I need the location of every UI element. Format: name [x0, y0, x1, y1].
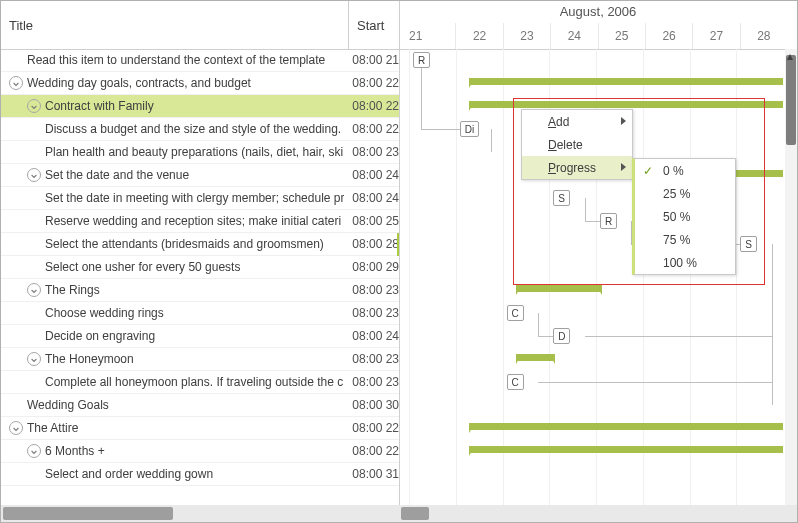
expand-icon[interactable] — [27, 168, 41, 182]
task-title: Select and order wedding gown — [45, 467, 213, 481]
table-row[interactable]: Select the attendants (bridesmaids and g… — [1, 233, 399, 256]
table-row[interactable]: The Attire08:00 22 — [1, 417, 399, 440]
task-title: Decide on engraving — [45, 329, 155, 343]
timeline-day: 24 — [550, 23, 597, 49]
expand-icon[interactable] — [27, 352, 41, 366]
app-frame: Title Start Read this item to understand… — [0, 0, 798, 523]
menu-item[interactable]: 25 % — [635, 182, 735, 205]
column-header-title[interactable]: Title — [1, 1, 349, 49]
task-title: Choose wedding rings — [45, 306, 164, 320]
task-title: Set the date and the venue — [45, 168, 189, 182]
grid-rows: Read this item to understand the context… — [1, 49, 399, 505]
task-title: Plan health and beauty preparations (nai… — [45, 145, 343, 159]
task-start: 08:00 23 — [346, 145, 399, 159]
task-start: 08:00 23 — [346, 352, 399, 366]
submenu-arrow-icon — [621, 163, 626, 171]
menu-item[interactable]: Progress — [522, 156, 632, 179]
gantt-hscroll[interactable] — [399, 505, 797, 522]
timeline-days: 2122232425262728 — [409, 23, 787, 49]
menu-item[interactable]: 100 % — [635, 251, 735, 274]
table-row[interactable]: Discuss a budget and the size and style … — [1, 118, 399, 141]
timeline-header: August, 2006 2122232425262728 — [399, 1, 797, 50]
table-row[interactable]: The Honeymoon08:00 23 — [1, 348, 399, 371]
task-title: The Honeymoon — [45, 352, 134, 366]
task-start: 08:00 23 — [346, 306, 399, 320]
expand-icon[interactable] — [9, 76, 23, 90]
menu-item[interactable]: 75 % — [635, 228, 735, 251]
table-row[interactable]: Decide on engraving08:00 24 — [1, 325, 399, 348]
menu-item[interactable]: Delete — [522, 133, 632, 156]
grid-header: Title Start — [1, 1, 399, 50]
task-bar[interactable]: R — [413, 52, 430, 68]
task-start: 08:00 24 — [346, 168, 399, 182]
task-title: Wedding day goals, contracts, and budget — [27, 76, 251, 90]
timeline-day: 21 — [409, 23, 455, 49]
table-row[interactable]: Plan health and beauty preparations (nai… — [1, 141, 399, 164]
gantt-vscroll[interactable]: ▴ — [785, 49, 797, 505]
task-title: Complete all honeymoon plans. If traveli… — [45, 375, 343, 389]
context-submenu-progress[interactable]: ✓0 %25 %50 %75 %100 % — [632, 158, 736, 275]
task-title: Wedding Goals — [27, 398, 109, 412]
task-start: 08:00 31 — [346, 467, 399, 481]
table-row[interactable]: Select and order wedding gown08:00 31 — [1, 463, 399, 486]
context-menu[interactable]: AddDeleteProgress — [521, 109, 633, 180]
task-bar[interactable]: C — [507, 374, 524, 390]
task-title: The Attire — [27, 421, 78, 435]
summary-bar[interactable] — [517, 285, 601, 292]
table-row[interactable]: Select one usher for every 50 guests08:0… — [1, 256, 399, 279]
task-bar[interactable]: C — [507, 305, 524, 321]
timeline-day: 25 — [598, 23, 645, 49]
table-row[interactable]: Complete all honeymoon plans. If traveli… — [1, 371, 399, 394]
table-row[interactable]: Read this item to understand the context… — [1, 49, 399, 72]
table-row[interactable]: Set the date in meeting with clergy memb… — [1, 187, 399, 210]
summary-bar[interactable] — [517, 354, 554, 361]
table-row[interactable]: 6 Months +08:00 22 — [1, 440, 399, 463]
task-start: 08:00 24 — [346, 329, 399, 343]
timeline-day: 26 — [645, 23, 692, 49]
table-row[interactable]: Wedding Goals08:00 30 — [1, 394, 399, 417]
summary-bar[interactable] — [470, 78, 783, 85]
task-bar[interactable]: D — [553, 328, 570, 344]
menu-item[interactable]: Add — [522, 110, 632, 133]
summary-bar[interactable] — [470, 423, 783, 430]
task-title: Reserve wedding and reception sites; mak… — [45, 214, 341, 228]
menu-item[interactable]: 50 % — [635, 205, 735, 228]
table-row[interactable]: Reserve wedding and reception sites; mak… — [1, 210, 399, 233]
task-start: 08:00 25 — [346, 214, 399, 228]
timeline-day: 23 — [503, 23, 550, 49]
grid-hscroll[interactable] — [1, 505, 399, 522]
expand-icon[interactable] — [27, 99, 41, 113]
task-start: 08:00 21 — [346, 53, 399, 67]
gantt-pane: August, 2006 2122232425262728 RDiSRSCDC … — [399, 1, 797, 522]
check-icon: ✓ — [643, 164, 653, 178]
timeline-month: August, 2006 — [399, 1, 797, 23]
expand-icon[interactable] — [27, 283, 41, 297]
column-header-start[interactable]: Start — [349, 1, 399, 49]
submenu-arrow-icon — [621, 117, 626, 125]
menu-item[interactable]: ✓0 % — [635, 159, 735, 182]
task-start: 08:00 24 — [346, 191, 399, 205]
task-title: Contract with Family — [45, 99, 154, 113]
task-title: Select the attendants (bridesmaids and g… — [45, 237, 324, 251]
task-title: Set the date in meeting with clergy memb… — [45, 191, 344, 205]
task-title: Discuss a budget and the size and style … — [45, 122, 341, 136]
task-start: 08:00 22 — [346, 122, 399, 136]
task-bar[interactable]: Di — [460, 121, 479, 137]
task-start: 08:00 22 — [346, 99, 399, 113]
table-row[interactable]: The Rings08:00 23 — [1, 279, 399, 302]
timeline-day: 28 — [740, 23, 787, 49]
timeline-day: 22 — [455, 23, 502, 49]
summary-bar[interactable] — [470, 446, 783, 453]
table-row[interactable]: Contract with Family08:00 22 — [1, 95, 399, 118]
task-start: 08:00 30 — [346, 398, 399, 412]
task-start: 08:00 23 — [346, 375, 399, 389]
task-title: The Rings — [45, 283, 100, 297]
expand-icon[interactable] — [27, 444, 41, 458]
table-row[interactable]: Choose wedding rings08:00 23 — [1, 302, 399, 325]
table-row[interactable]: Wedding day goals, contracts, and budget… — [1, 72, 399, 95]
table-row[interactable]: Set the date and the venue08:00 24 — [1, 164, 399, 187]
task-grid: Title Start Read this item to understand… — [1, 1, 400, 522]
expand-icon[interactable] — [9, 421, 23, 435]
task-title: Read this item to understand the context… — [27, 53, 325, 67]
task-start: 08:00 28 — [346, 237, 399, 251]
